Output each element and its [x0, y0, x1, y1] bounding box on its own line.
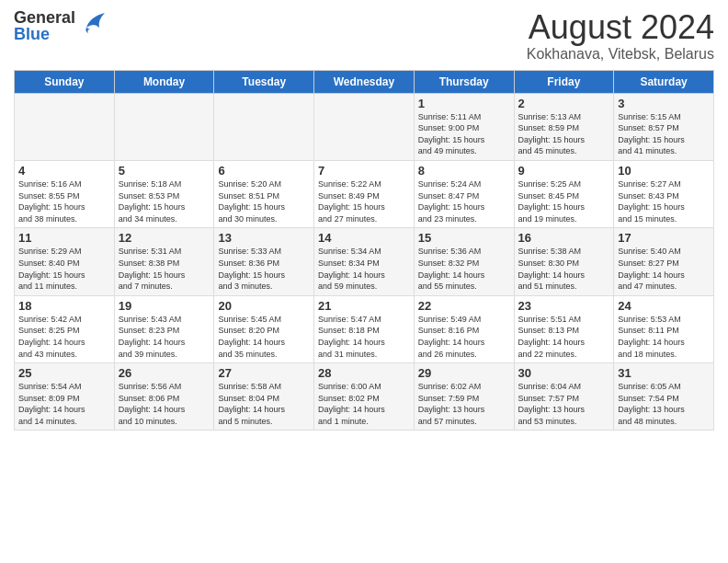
day-number: 15: [418, 231, 510, 245]
col-wednesday: Wednesday: [314, 70, 415, 93]
main-title: August 2024: [527, 9, 714, 46]
calendar-cell: 1Sunrise: 5:11 AM Sunset: 9:00 PM Daylig…: [414, 93, 514, 160]
day-info: Sunrise: 5:22 AM Sunset: 8:49 PM Dayligh…: [318, 179, 385, 224]
day-number: 11: [18, 231, 110, 245]
logo-blue-text: Blue: [14, 26, 75, 42]
day-info: Sunrise: 5:36 AM Sunset: 8:32 PM Dayligh…: [418, 247, 485, 291]
calendar-cell: 23Sunrise: 5:51 AM Sunset: 8:13 PM Dayli…: [514, 295, 614, 362]
day-number: 17: [618, 231, 710, 245]
calendar-cell: 21Sunrise: 5:47 AM Sunset: 8:18 PM Dayli…: [314, 295, 415, 362]
day-number: 5: [119, 164, 210, 178]
calendar-cell: 22Sunrise: 5:49 AM Sunset: 8:16 PM Dayli…: [414, 295, 514, 362]
day-info: Sunrise: 5:18 AM Sunset: 8:53 PM Dayligh…: [119, 179, 186, 224]
calendar-cell: 20Sunrise: 5:45 AM Sunset: 8:20 PM Dayli…: [214, 295, 314, 362]
calendar-cell: 19Sunrise: 5:43 AM Sunset: 8:23 PM Dayli…: [114, 295, 214, 362]
day-number: 9: [518, 164, 610, 178]
col-sunday: Sunday: [15, 70, 115, 93]
calendar-cell: [314, 93, 415, 160]
calendar-cell: [15, 93, 115, 160]
day-info: Sunrise: 6:05 AM Sunset: 7:54 PM Dayligh…: [618, 382, 685, 426]
day-number: 20: [218, 299, 310, 313]
calendar-week-4: 18Sunrise: 5:42 AM Sunset: 8:25 PM Dayli…: [15, 295, 714, 362]
day-number: 18: [18, 299, 110, 313]
day-number: 29: [418, 366, 510, 380]
day-number: 23: [518, 299, 610, 313]
day-number: 7: [318, 164, 410, 178]
day-info: Sunrise: 5:20 AM Sunset: 8:51 PM Dayligh…: [218, 179, 285, 224]
day-info: Sunrise: 5:43 AM Sunset: 8:23 PM Dayligh…: [119, 315, 186, 359]
day-info: Sunrise: 5:34 AM Sunset: 8:34 PM Dayligh…: [318, 247, 385, 291]
calendar-cell: 3Sunrise: 5:15 AM Sunset: 8:57 PM Daylig…: [614, 93, 714, 160]
day-info: Sunrise: 5:42 AM Sunset: 8:25 PM Dayligh…: [18, 315, 85, 359]
day-number: 21: [318, 299, 410, 313]
calendar-cell: 13Sunrise: 5:33 AM Sunset: 8:36 PM Dayli…: [214, 228, 314, 295]
calendar-cell: 15Sunrise: 5:36 AM Sunset: 8:32 PM Dayli…: [414, 228, 514, 295]
calendar-cell: [214, 93, 314, 160]
calendar-week-5: 25Sunrise: 5:54 AM Sunset: 8:09 PM Dayli…: [15, 363, 714, 431]
calendar-cell: 17Sunrise: 5:40 AM Sunset: 8:27 PM Dayli…: [614, 228, 714, 295]
day-number: 12: [119, 231, 210, 245]
day-number: 16: [518, 231, 610, 245]
calendar-week-2: 4Sunrise: 5:16 AM Sunset: 8:55 PM Daylig…: [15, 160, 714, 227]
day-number: 22: [418, 299, 510, 313]
day-number: 19: [119, 299, 210, 313]
day-info: Sunrise: 5:51 AM Sunset: 8:13 PM Dayligh…: [518, 315, 586, 359]
calendar-cell: 18Sunrise: 5:42 AM Sunset: 8:25 PM Dayli…: [15, 295, 115, 362]
calendar-cell: 30Sunrise: 6:04 AM Sunset: 7:57 PM Dayli…: [514, 363, 614, 431]
col-friday: Friday: [514, 70, 614, 93]
day-info: Sunrise: 6:04 AM Sunset: 7:57 PM Dayligh…: [518, 382, 586, 426]
day-number: 31: [618, 366, 710, 380]
day-info: Sunrise: 5:40 AM Sunset: 8:27 PM Dayligh…: [618, 247, 685, 291]
subtitle: Kokhanava, Vitebsk, Belarus: [527, 46, 714, 63]
col-tuesday: Tuesday: [214, 70, 314, 93]
day-number: 14: [318, 231, 410, 245]
day-info: Sunrise: 5:54 AM Sunset: 8:09 PM Dayligh…: [18, 382, 85, 426]
logo-bird-icon: [79, 9, 108, 39]
calendar-cell: 27Sunrise: 5:58 AM Sunset: 8:04 PM Dayli…: [214, 363, 314, 431]
day-number: 6: [218, 164, 310, 178]
day-number: 2: [518, 97, 610, 110]
day-info: Sunrise: 5:58 AM Sunset: 8:04 PM Dayligh…: [218, 382, 285, 426]
calendar-cell: 7Sunrise: 5:22 AM Sunset: 8:49 PM Daylig…: [314, 160, 415, 227]
calendar-cell: 24Sunrise: 5:53 AM Sunset: 8:11 PM Dayli…: [614, 295, 714, 362]
col-saturday: Saturday: [614, 70, 714, 93]
day-info: Sunrise: 5:56 AM Sunset: 8:06 PM Dayligh…: [119, 382, 186, 426]
calendar-cell: 9Sunrise: 5:25 AM Sunset: 8:45 PM Daylig…: [514, 160, 614, 227]
day-info: Sunrise: 5:38 AM Sunset: 8:30 PM Dayligh…: [518, 247, 586, 291]
calendar-cell: [114, 93, 214, 160]
header: General Blue August 2024 Kokhanava, Vite…: [14, 9, 714, 63]
calendar-table: Sunday Monday Tuesday Wednesday Thursday…: [14, 70, 714, 431]
col-monday: Monday: [114, 70, 214, 93]
calendar-cell: 5Sunrise: 5:18 AM Sunset: 8:53 PM Daylig…: [114, 160, 214, 227]
day-info: Sunrise: 5:16 AM Sunset: 8:55 PM Dayligh…: [18, 179, 85, 224]
day-info: Sunrise: 5:15 AM Sunset: 8:57 PM Dayligh…: [618, 112, 685, 156]
calendar-cell: 26Sunrise: 5:56 AM Sunset: 8:06 PM Dayli…: [114, 363, 214, 431]
day-number: 27: [218, 366, 310, 380]
calendar-cell: 31Sunrise: 6:05 AM Sunset: 7:54 PM Dayli…: [614, 363, 714, 431]
day-number: 4: [18, 164, 110, 178]
calendar-page: General Blue August 2024 Kokhanava, Vite…: [0, 0, 728, 563]
logo: General Blue: [14, 9, 108, 42]
day-number: 24: [618, 299, 710, 313]
day-number: 3: [618, 97, 710, 110]
calendar-week-1: 1Sunrise: 5:11 AM Sunset: 9:00 PM Daylig…: [15, 93, 714, 160]
day-info: Sunrise: 5:25 AM Sunset: 8:45 PM Dayligh…: [518, 179, 586, 224]
day-number: 1: [418, 97, 510, 110]
calendar-cell: 6Sunrise: 5:20 AM Sunset: 8:51 PM Daylig…: [214, 160, 314, 227]
day-info: Sunrise: 5:11 AM Sunset: 9:00 PM Dayligh…: [418, 112, 485, 156]
day-info: Sunrise: 5:24 AM Sunset: 8:47 PM Dayligh…: [418, 179, 485, 224]
title-block: August 2024 Kokhanava, Vitebsk, Belarus: [527, 9, 714, 63]
calendar-cell: 25Sunrise: 5:54 AM Sunset: 8:09 PM Dayli…: [15, 363, 115, 431]
day-info: Sunrise: 6:00 AM Sunset: 8:02 PM Dayligh…: [318, 382, 385, 426]
calendar-cell: 28Sunrise: 6:00 AM Sunset: 8:02 PM Dayli…: [314, 363, 415, 431]
day-info: Sunrise: 5:49 AM Sunset: 8:16 PM Dayligh…: [418, 315, 485, 359]
day-info: Sunrise: 5:47 AM Sunset: 8:18 PM Dayligh…: [318, 315, 385, 359]
day-info: Sunrise: 5:13 AM Sunset: 8:59 PM Dayligh…: [518, 112, 586, 156]
calendar-cell: 8Sunrise: 5:24 AM Sunset: 8:47 PM Daylig…: [414, 160, 514, 227]
day-number: 28: [318, 366, 410, 380]
calendar-cell: 11Sunrise: 5:29 AM Sunset: 8:40 PM Dayli…: [15, 228, 115, 295]
header-row: Sunday Monday Tuesday Wednesday Thursday…: [15, 70, 714, 93]
day-number: 25: [18, 366, 110, 380]
calendar-cell: 2Sunrise: 5:13 AM Sunset: 8:59 PM Daylig…: [514, 93, 614, 160]
day-number: 10: [618, 164, 710, 178]
